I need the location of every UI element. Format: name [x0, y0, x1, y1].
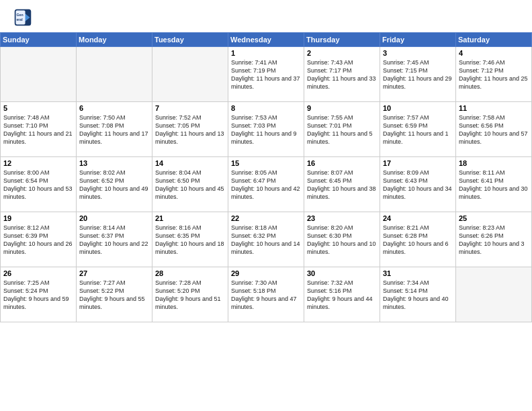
- cell-info: Sunrise: 8:23 AMSunset: 6:26 PMDaylight:…: [459, 224, 529, 257]
- calendar-cell: 9Sunrise: 7:55 AMSunset: 7:01 PMDaylight…: [304, 102, 380, 157]
- calendar-cell: 24Sunrise: 8:21 AMSunset: 6:28 PMDayligh…: [380, 212, 456, 267]
- day-number: 25: [459, 214, 529, 222]
- cell-info: Sunrise: 8:07 AMSunset: 6:45 PMDaylight:…: [307, 169, 377, 201]
- calendar-cell: 31Sunrise: 7:34 AMSunset: 5:14 PMDayligh…: [380, 267, 456, 322]
- day-number: 19: [3, 214, 73, 222]
- cell-info: Sunrise: 8:14 AMSunset: 6:37 PMDaylight:…: [79, 224, 149, 257]
- calendar-cell: 12Sunrise: 8:00 AMSunset: 6:54 PMDayligh…: [1, 157, 77, 212]
- calendar-cell: 26Sunrise: 7:25 AMSunset: 5:24 PMDayligh…: [1, 267, 77, 322]
- cell-info: Sunrise: 8:00 AMSunset: 6:54 PMDaylight:…: [3, 169, 73, 201]
- weekday-header-cell: Tuesday: [152, 33, 228, 47]
- calendar-cell: 18Sunrise: 8:11 AMSunset: 6:41 PMDayligh…: [456, 157, 532, 212]
- day-number: 28: [155, 269, 225, 277]
- cell-info: Sunrise: 7:25 AMSunset: 5:24 PMDaylight:…: [3, 279, 73, 312]
- day-number: 24: [383, 214, 453, 222]
- day-number: 26: [3, 269, 73, 277]
- page-header: Gen eral: [0, 0, 532, 32]
- day-number: 11: [459, 104, 529, 112]
- calendar-cell: 30Sunrise: 7:32 AMSunset: 5:16 PMDayligh…: [304, 267, 380, 322]
- svg-text:eral: eral: [16, 17, 23, 21]
- day-number: 10: [383, 104, 453, 112]
- cell-info: Sunrise: 8:16 AMSunset: 6:35 PMDaylight:…: [155, 224, 225, 257]
- calendar-cell: 20Sunrise: 8:14 AMSunset: 6:37 PMDayligh…: [77, 212, 152, 267]
- calendar-cell: 3Sunrise: 7:45 AMSunset: 7:15 PMDaylight…: [380, 47, 456, 102]
- cell-info: Sunrise: 7:34 AMSunset: 5:14 PMDaylight:…: [383, 279, 453, 312]
- calendar-cell: 29Sunrise: 7:30 AMSunset: 5:18 PMDayligh…: [228, 267, 304, 322]
- week-row: 5Sunrise: 7:48 AMSunset: 7:10 PMDaylight…: [1, 102, 532, 157]
- cell-info: Sunrise: 7:27 AMSunset: 5:22 PMDaylight:…: [79, 279, 149, 312]
- weekday-header-cell: Monday: [77, 33, 152, 47]
- calendar-cell: 8Sunrise: 7:53 AMSunset: 7:03 PMDaylight…: [228, 102, 304, 157]
- day-number: 18: [459, 159, 529, 167]
- calendar-cell: 13Sunrise: 8:02 AMSunset: 6:52 PMDayligh…: [77, 157, 152, 212]
- calendar-body: 1Sunrise: 7:41 AMSunset: 7:19 PMDaylight…: [1, 47, 532, 322]
- day-number: 16: [307, 159, 377, 167]
- week-row: 12Sunrise: 8:00 AMSunset: 6:54 PMDayligh…: [1, 157, 532, 212]
- cell-info: Sunrise: 7:50 AMSunset: 7:08 PMDaylight:…: [79, 113, 149, 146]
- day-number: 9: [307, 104, 377, 112]
- day-number: 3: [383, 49, 453, 57]
- day-number: 5: [3, 104, 73, 112]
- cell-info: Sunrise: 8:21 AMSunset: 6:28 PMDaylight:…: [383, 224, 453, 257]
- logo-icon: Gen eral: [13, 8, 32, 27]
- cell-info: Sunrise: 7:53 AMSunset: 7:03 PMDaylight:…: [231, 113, 301, 146]
- week-row: 1Sunrise: 7:41 AMSunset: 7:19 PMDaylight…: [1, 47, 532, 102]
- weekday-header-cell: Wednesday: [228, 33, 304, 47]
- day-number: 13: [79, 159, 149, 167]
- cell-info: Sunrise: 7:57 AMSunset: 6:59 PMDaylight:…: [383, 113, 453, 146]
- cell-info: Sunrise: 8:04 AMSunset: 6:50 PMDaylight:…: [155, 169, 225, 201]
- calendar-cell: 21Sunrise: 8:16 AMSunset: 6:35 PMDayligh…: [152, 212, 228, 267]
- day-number: 31: [383, 269, 453, 277]
- day-number: 30: [307, 269, 377, 277]
- cell-info: Sunrise: 8:12 AMSunset: 6:39 PMDaylight:…: [3, 224, 73, 257]
- cell-info: Sunrise: 8:20 AMSunset: 6:30 PMDaylight:…: [307, 224, 377, 257]
- cell-info: Sunrise: 7:58 AMSunset: 6:56 PMDaylight:…: [459, 113, 529, 146]
- day-number: 1: [231, 49, 301, 57]
- cell-info: Sunrise: 8:09 AMSunset: 6:43 PMDaylight:…: [383, 169, 453, 201]
- day-number: 8: [231, 104, 301, 112]
- week-row: 26Sunrise: 7:25 AMSunset: 5:24 PMDayligh…: [1, 267, 532, 322]
- day-number: 27: [79, 269, 149, 277]
- calendar-cell: 10Sunrise: 7:57 AMSunset: 6:59 PMDayligh…: [380, 102, 456, 157]
- cell-info: Sunrise: 7:48 AMSunset: 7:10 PMDaylight:…: [3, 113, 73, 146]
- weekday-header-cell: Friday: [380, 33, 456, 47]
- cell-info: Sunrise: 7:45 AMSunset: 7:15 PMDaylight:…: [383, 58, 453, 91]
- calendar-cell: 4Sunrise: 7:46 AMSunset: 7:12 PMDaylight…: [456, 47, 532, 102]
- calendar-cell: 6Sunrise: 7:50 AMSunset: 7:08 PMDaylight…: [77, 102, 152, 157]
- cell-info: Sunrise: 7:41 AMSunset: 7:19 PMDaylight:…: [231, 58, 301, 91]
- cell-info: Sunrise: 7:43 AMSunset: 7:17 PMDaylight:…: [307, 58, 377, 91]
- calendar-cell: 16Sunrise: 8:07 AMSunset: 6:45 PMDayligh…: [304, 157, 380, 212]
- day-number: 12: [3, 159, 73, 167]
- cell-info: Sunrise: 8:02 AMSunset: 6:52 PMDaylight:…: [79, 169, 149, 201]
- cell-info: Sunrise: 8:18 AMSunset: 6:32 PMDaylight:…: [231, 224, 301, 257]
- day-number: 17: [383, 159, 453, 167]
- calendar-cell: 23Sunrise: 8:20 AMSunset: 6:30 PMDayligh…: [304, 212, 380, 267]
- logo: Gen eral: [13, 8, 35, 27]
- calendar-cell: 7Sunrise: 7:52 AMSunset: 7:05 PMDaylight…: [152, 102, 228, 157]
- calendar-cell: 1Sunrise: 7:41 AMSunset: 7:19 PMDaylight…: [228, 47, 304, 102]
- cell-info: Sunrise: 7:55 AMSunset: 7:01 PMDaylight:…: [307, 113, 377, 146]
- day-number: 22: [231, 214, 301, 222]
- calendar-cell: 22Sunrise: 8:18 AMSunset: 6:32 PMDayligh…: [228, 212, 304, 267]
- calendar-cell: 2Sunrise: 7:43 AMSunset: 7:17 PMDaylight…: [304, 47, 380, 102]
- day-number: 20: [79, 214, 149, 222]
- cell-info: Sunrise: 8:05 AMSunset: 6:47 PMDaylight:…: [231, 169, 301, 201]
- weekday-header-cell: Saturday: [456, 33, 532, 47]
- weekday-header-cell: Sunday: [1, 33, 77, 47]
- calendar-cell: 15Sunrise: 8:05 AMSunset: 6:47 PMDayligh…: [228, 157, 304, 212]
- calendar-cell: 27Sunrise: 7:27 AMSunset: 5:22 PMDayligh…: [77, 267, 152, 322]
- calendar-cell: 19Sunrise: 8:12 AMSunset: 6:39 PMDayligh…: [1, 212, 77, 267]
- cell-info: Sunrise: 8:11 AMSunset: 6:41 PMDaylight:…: [459, 169, 529, 201]
- cell-info: Sunrise: 7:28 AMSunset: 5:20 PMDaylight:…: [155, 279, 225, 312]
- calendar-cell: 5Sunrise: 7:48 AMSunset: 7:10 PMDaylight…: [1, 102, 77, 157]
- day-number: 2: [307, 49, 377, 57]
- cell-info: Sunrise: 7:32 AMSunset: 5:16 PMDaylight:…: [307, 279, 377, 312]
- cell-info: Sunrise: 7:30 AMSunset: 5:18 PMDaylight:…: [231, 279, 301, 312]
- day-number: 14: [155, 159, 225, 167]
- day-number: 29: [231, 269, 301, 277]
- calendar-table: SundayMondayTuesdayWednesdayThursdayFrid…: [0, 32, 532, 322]
- day-number: 4: [459, 49, 529, 57]
- weekday-header-cell: Thursday: [304, 33, 380, 47]
- calendar-cell: [152, 47, 228, 102]
- calendar-cell: 28Sunrise: 7:28 AMSunset: 5:20 PMDayligh…: [152, 267, 228, 322]
